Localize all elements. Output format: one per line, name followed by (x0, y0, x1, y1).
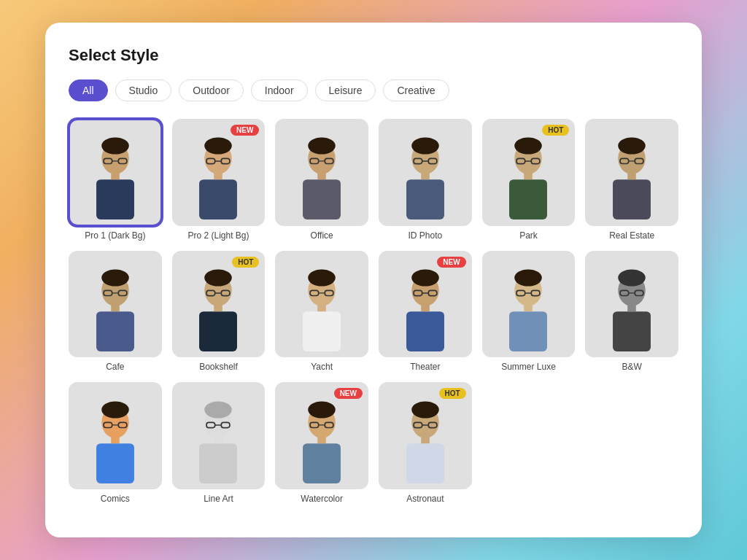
style-card-realestate[interactable]: Real Estate (585, 119, 678, 241)
person-silhouette-lineart (187, 394, 250, 489)
style-card-yacht[interactable]: Yacht (275, 251, 368, 373)
style-image-cafe (69, 251, 162, 358)
badge-theater: NEW (437, 257, 465, 268)
badge-pro2: NEW (231, 125, 259, 136)
person-silhouette-bookshelf (187, 262, 250, 357)
person-silhouette-pro1 (84, 131, 147, 225)
style-image-comics (69, 382, 162, 489)
svg-point-73 (515, 269, 543, 286)
style-image-bookshelf: HOT (172, 251, 266, 358)
badge-watercolor: NEW (334, 388, 363, 399)
style-card-pro1[interactable]: Pro 1 (Dark Bg) (69, 119, 162, 241)
style-label-pro1: Pro 1 (Dark Bg) (85, 230, 145, 241)
filter-btn-leisure[interactable]: Leisure (315, 79, 376, 101)
svg-rect-63 (406, 311, 444, 351)
style-image-bw (585, 251, 678, 358)
svg-point-45 (101, 269, 129, 286)
person-silhouette-pro2 (187, 131, 250, 225)
style-label-realestate: Real Estate (609, 230, 654, 241)
badge-park: HOT (542, 125, 569, 136)
style-card-pro2[interactable]: NEWPro 2 (Light Bg) (172, 119, 266, 241)
filter-bar: AllStudioOutdoorIndoorLeisureCreative (69, 79, 678, 101)
svg-point-52 (205, 269, 233, 286)
svg-point-87 (101, 401, 129, 418)
style-image-astronaut: HOT (379, 382, 472, 489)
badge-bookshelf: HOT (232, 257, 259, 268)
style-card-lineart[interactable]: Line Art (172, 382, 266, 504)
style-card-theater[interactable]: NEWTheater (379, 251, 472, 373)
svg-rect-49 (200, 311, 238, 351)
svg-rect-98 (303, 443, 341, 483)
person-silhouette-yacht (290, 262, 354, 357)
style-card-summerluxe[interactable]: Summer Luxe (482, 251, 576, 373)
svg-rect-84 (96, 443, 134, 483)
style-image-pro1 (69, 119, 162, 226)
style-label-summerluxe: Summer Luxe (501, 362, 556, 372)
style-label-yacht: Yacht (311, 362, 333, 372)
style-card-bookshelf[interactable]: HOTBookshelf (172, 251, 266, 373)
svg-point-108 (411, 401, 439, 418)
style-card-idphoto[interactable]: ID Photo (379, 119, 472, 241)
style-image-office (275, 119, 368, 226)
person-silhouette-office (290, 131, 354, 225)
style-label-comics: Comics (101, 494, 130, 504)
person-silhouette-bw (600, 262, 664, 357)
svg-point-10 (205, 138, 233, 155)
style-label-astronaut: Astronaut (406, 494, 444, 504)
person-silhouette-idphoto (394, 131, 457, 225)
style-row-0: Pro 1 (Dark Bg)NEWPro 2 (Light Bg)Office… (69, 119, 678, 241)
style-label-watercolor: Watercolor (301, 494, 343, 504)
style-label-cafe: Cafe (106, 362, 124, 372)
style-card-comics[interactable]: Comics (69, 382, 162, 504)
style-image-yacht (275, 251, 368, 358)
filter-btn-outdoor[interactable]: Outdoor (179, 79, 244, 101)
style-image-lineart (172, 382, 266, 489)
svg-rect-21 (406, 179, 444, 219)
style-card-watercolor[interactable]: NEWWatercolor (275, 382, 368, 504)
svg-point-101 (308, 401, 336, 418)
panel-title: Select Style (69, 46, 678, 65)
style-card-astronaut[interactable]: HOTAstronaut (379, 382, 472, 504)
svg-rect-105 (406, 443, 444, 483)
filter-btn-indoor[interactable]: Indoor (251, 79, 308, 101)
svg-rect-56 (303, 311, 341, 351)
style-image-idphoto (379, 119, 472, 226)
style-image-summerluxe (482, 251, 576, 358)
style-image-pro2: NEW (172, 119, 266, 226)
svg-point-94 (205, 401, 233, 418)
style-card-park[interactable]: HOTPark (482, 119, 576, 241)
style-label-pro2: Pro 2 (Light Bg) (187, 230, 249, 241)
style-card-office[interactable]: Office (275, 119, 368, 241)
style-card-bw[interactable]: B&W (585, 251, 678, 373)
svg-point-59 (308, 269, 336, 286)
style-grid: Pro 1 (Dark Bg)NEWPro 2 (Light Bg)Office… (69, 119, 678, 504)
svg-rect-42 (96, 311, 134, 351)
style-label-idphoto: ID Photo (408, 230, 442, 241)
filter-btn-all[interactable]: All (69, 79, 108, 101)
style-image-watercolor: NEW (275, 382, 368, 489)
person-silhouette-comics (84, 394, 147, 489)
svg-point-3 (101, 138, 129, 155)
style-label-bookshelf: Bookshelf (199, 362, 238, 372)
svg-point-31 (515, 138, 543, 155)
filter-btn-creative[interactable]: Creative (383, 79, 449, 101)
svg-rect-70 (510, 311, 548, 351)
svg-rect-28 (510, 179, 548, 219)
person-silhouette-watercolor (290, 394, 354, 489)
person-silhouette-park (497, 131, 560, 225)
style-image-theater: NEW (379, 251, 472, 358)
svg-point-80 (618, 269, 646, 286)
svg-point-38 (618, 138, 646, 155)
style-label-lineart: Line Art (204, 494, 233, 504)
style-label-theater: Theater (410, 362, 440, 372)
svg-rect-7 (200, 179, 238, 219)
svg-rect-35 (613, 179, 651, 219)
style-image-park: HOT (482, 119, 576, 226)
style-label-park: Park (519, 230, 538, 241)
style-row-1: CafeHOTBookshelfYachtNEWTheaterSummer Lu… (69, 251, 678, 373)
style-label-bw: B&W (622, 362, 641, 372)
style-selector-panel: Select Style AllStudioOutdoorIndoorLeisu… (45, 23, 702, 537)
filter-btn-studio[interactable]: Studio (115, 79, 172, 101)
style-card-cafe[interactable]: Cafe (69, 251, 162, 373)
style-label-office: Office (311, 230, 333, 241)
